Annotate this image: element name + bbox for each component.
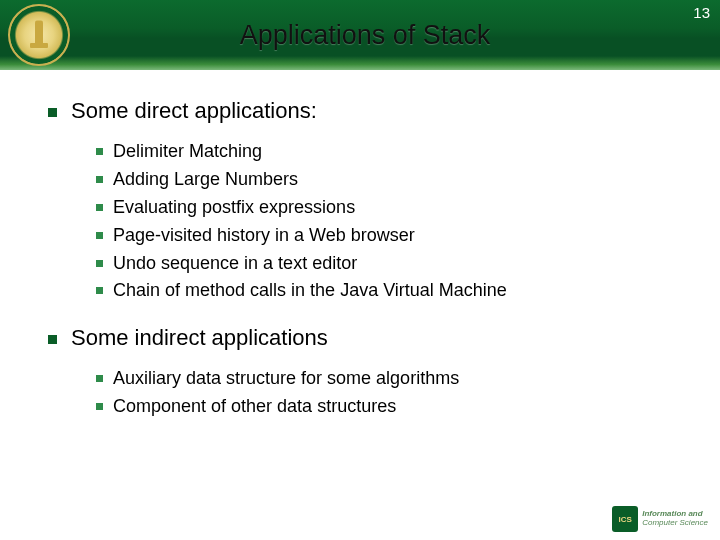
item-text: Adding Large Numbers xyxy=(113,169,298,189)
slide-header: Applications of Stack 13 xyxy=(0,0,720,70)
bullet-icon xyxy=(96,232,103,239)
heading-text: Some direct applications: xyxy=(71,98,317,123)
bullet-icon xyxy=(96,176,103,183)
slide-content: Some direct applications: Delimiter Matc… xyxy=(0,70,720,421)
bullet-icon xyxy=(96,403,103,410)
bullet-icon xyxy=(96,260,103,267)
list-item: Evaluating postfix expressions xyxy=(96,194,692,222)
item-text: Chain of method calls in the Java Virtua… xyxy=(113,280,507,300)
footer-logo: ICS Information and Computer Science xyxy=(612,506,708,532)
list-item: Component of other data structures xyxy=(96,393,692,421)
bullet-icon xyxy=(48,335,57,344)
item-text: Component of other data structures xyxy=(113,396,396,416)
bullet-icon xyxy=(96,375,103,382)
footer-line2: Computer Science xyxy=(642,519,708,528)
bullet-list: Delimiter Matching Adding Large Numbers … xyxy=(48,138,692,305)
heading-text: Some indirect applications xyxy=(71,325,328,350)
item-text: Auxiliary data structure for some algori… xyxy=(113,368,459,388)
list-item: Adding Large Numbers xyxy=(96,166,692,194)
item-text: Evaluating postfix expressions xyxy=(113,197,355,217)
university-logo xyxy=(8,4,70,66)
page-number: 13 xyxy=(693,4,710,21)
footer-text: Information and Computer Science xyxy=(642,510,708,528)
list-item: Auxiliary data structure for some algori… xyxy=(96,365,692,393)
bullet-list: Auxiliary data structure for some algori… xyxy=(48,365,692,421)
ics-badge-icon: ICS xyxy=(612,506,638,532)
list-item: Chain of method calls in the Java Virtua… xyxy=(96,277,692,305)
section-heading: Some direct applications: xyxy=(48,98,692,124)
item-text: Undo sequence in a text editor xyxy=(113,253,357,273)
bullet-icon xyxy=(96,148,103,155)
section-heading: Some indirect applications xyxy=(48,325,692,351)
bullet-icon xyxy=(48,108,57,117)
bullet-icon xyxy=(96,204,103,211)
item-text: Page-visited history in a Web browser xyxy=(113,225,415,245)
item-text: Delimiter Matching xyxy=(113,141,262,161)
list-item: Page-visited history in a Web browser xyxy=(96,222,692,250)
list-item: Delimiter Matching xyxy=(96,138,692,166)
bullet-icon xyxy=(96,287,103,294)
slide-title: Applications of Stack xyxy=(70,20,720,51)
list-item: Undo sequence in a text editor xyxy=(96,250,692,278)
